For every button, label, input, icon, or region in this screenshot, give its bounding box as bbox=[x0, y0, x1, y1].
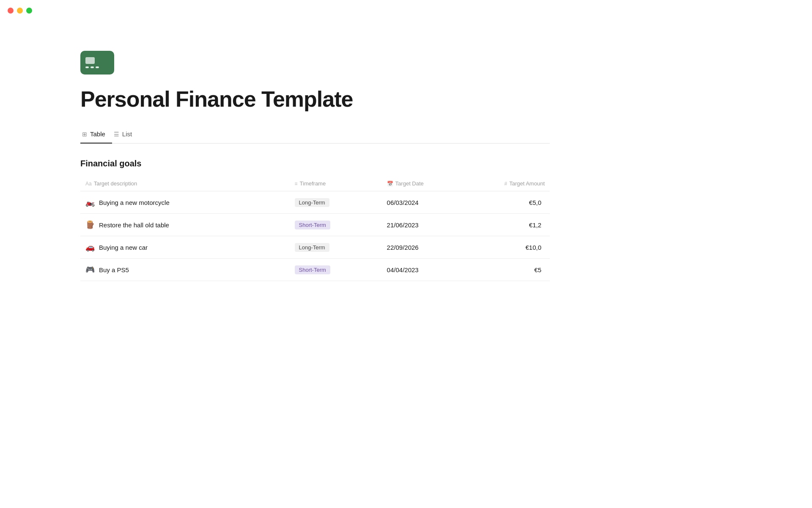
date-col-icon: 📅 bbox=[387, 181, 393, 187]
row-amount-2: €10,0 bbox=[525, 244, 541, 251]
main-content: Personal Finance Template ⊞ Table ☰ List… bbox=[0, 0, 550, 306]
row-date-1: 21/06/2023 bbox=[387, 221, 419, 229]
cell-amount-1: €1,2 bbox=[474, 214, 550, 236]
table-row[interactable]: 🎮 Buy a PS5 Short-Term 04/04/2023 €5 bbox=[80, 259, 550, 281]
col-label-date: Target Date bbox=[395, 180, 424, 187]
page-icon bbox=[80, 51, 550, 75]
page-title: Personal Finance Template bbox=[80, 86, 550, 112]
col-label-description: Target description bbox=[94, 180, 137, 187]
row-date-0: 06/03/2024 bbox=[387, 199, 419, 206]
row-description-1: Restore the hall old table bbox=[99, 221, 169, 229]
cell-amount-2: €10,0 bbox=[474, 236, 550, 259]
cell-date-1: 21/06/2023 bbox=[382, 214, 474, 236]
row-description-2: Buying a new car bbox=[99, 244, 148, 251]
cell-date-3: 04/04/2023 bbox=[382, 259, 474, 281]
card-chip bbox=[85, 57, 95, 64]
minimize-button[interactable] bbox=[17, 8, 23, 14]
row-amount-3: €5 bbox=[534, 266, 541, 273]
financial-goals-table: Aa Target description ≡ Timeframe 📅 bbox=[80, 177, 550, 281]
close-button[interactable] bbox=[8, 8, 14, 14]
card-dot-3 bbox=[96, 66, 99, 68]
cell-timeframe-1: Short-Term bbox=[290, 214, 382, 236]
window-controls bbox=[8, 8, 32, 14]
row-emoji-3: 🎮 bbox=[85, 265, 95, 274]
timeframe-col-icon: ≡ bbox=[295, 181, 298, 187]
cell-description-0: 🏍️ Buying a new motorcycle bbox=[80, 191, 290, 214]
cell-amount-3: €5 bbox=[474, 259, 550, 281]
row-date-3: 04/04/2023 bbox=[387, 266, 419, 273]
table-section: Financial goals Aa Target description ≡ … bbox=[80, 159, 550, 281]
timeframe-badge-1: Short-Term bbox=[295, 221, 330, 229]
card-dots bbox=[85, 66, 99, 68]
col-header-description: Aa Target description bbox=[80, 177, 290, 191]
tab-table[interactable]: ⊞ Table bbox=[80, 127, 112, 144]
table-icon: ⊞ bbox=[82, 131, 87, 138]
row-amount-1: €1,2 bbox=[529, 221, 541, 229]
table-header: Aa Target description ≡ Timeframe 📅 bbox=[80, 177, 550, 191]
tab-list[interactable]: ☰ List bbox=[112, 127, 139, 144]
cell-timeframe-0: Long-Term bbox=[290, 191, 382, 214]
description-col-icon: Aa bbox=[85, 181, 92, 187]
card-dot-2 bbox=[91, 66, 94, 68]
cell-description-1: 🪵 Restore the hall old table bbox=[80, 214, 290, 236]
card-dot-1 bbox=[85, 66, 89, 68]
credit-card-icon bbox=[80, 51, 114, 75]
col-header-date: 📅 Target Date bbox=[382, 177, 474, 191]
header-row: Aa Target description ≡ Timeframe 📅 bbox=[80, 177, 550, 191]
row-emoji-0: 🏍️ bbox=[85, 198, 95, 207]
list-icon: ☰ bbox=[114, 131, 119, 138]
tabs-container: ⊞ Table ☰ List bbox=[80, 127, 550, 144]
timeframe-badge-0: Long-Term bbox=[295, 198, 329, 207]
tab-table-label: Table bbox=[90, 130, 105, 138]
table-row[interactable]: 🪵 Restore the hall old table Short-Term … bbox=[80, 214, 550, 236]
col-label-amount: Target Amount bbox=[509, 180, 545, 187]
col-label-timeframe: Timeframe bbox=[300, 180, 326, 187]
section-title: Financial goals bbox=[80, 159, 550, 168]
col-header-timeframe: ≡ Timeframe bbox=[290, 177, 382, 191]
table-body: 🏍️ Buying a new motorcycle Long-Term 06/… bbox=[80, 191, 550, 281]
amount-col-icon: # bbox=[504, 181, 507, 187]
cell-date-2: 22/09/2026 bbox=[382, 236, 474, 259]
timeframe-badge-3: Short-Term bbox=[295, 265, 330, 274]
cell-timeframe-2: Long-Term bbox=[290, 236, 382, 259]
row-date-2: 22/09/2026 bbox=[387, 244, 419, 251]
maximize-button[interactable] bbox=[26, 8, 32, 14]
cell-description-3: 🎮 Buy a PS5 bbox=[80, 259, 290, 281]
cell-date-0: 06/03/2024 bbox=[382, 191, 474, 214]
table-row[interactable]: 🚗 Buying a new car Long-Term 22/09/2026 … bbox=[80, 236, 550, 259]
cell-amount-0: €5,0 bbox=[474, 191, 550, 214]
row-emoji-1: 🪵 bbox=[85, 220, 95, 229]
col-header-amount: # Target Amount bbox=[474, 177, 550, 191]
row-description-3: Buy a PS5 bbox=[99, 266, 129, 273]
row-amount-0: €5,0 bbox=[529, 199, 541, 206]
table-row[interactable]: 🏍️ Buying a new motorcycle Long-Term 06/… bbox=[80, 191, 550, 214]
timeframe-badge-2: Long-Term bbox=[295, 243, 329, 252]
cell-timeframe-3: Short-Term bbox=[290, 259, 382, 281]
cell-description-2: 🚗 Buying a new car bbox=[80, 236, 290, 259]
row-emoji-2: 🚗 bbox=[85, 243, 95, 252]
row-description-0: Buying a new motorcycle bbox=[99, 199, 170, 206]
tab-list-label: List bbox=[122, 130, 132, 138]
